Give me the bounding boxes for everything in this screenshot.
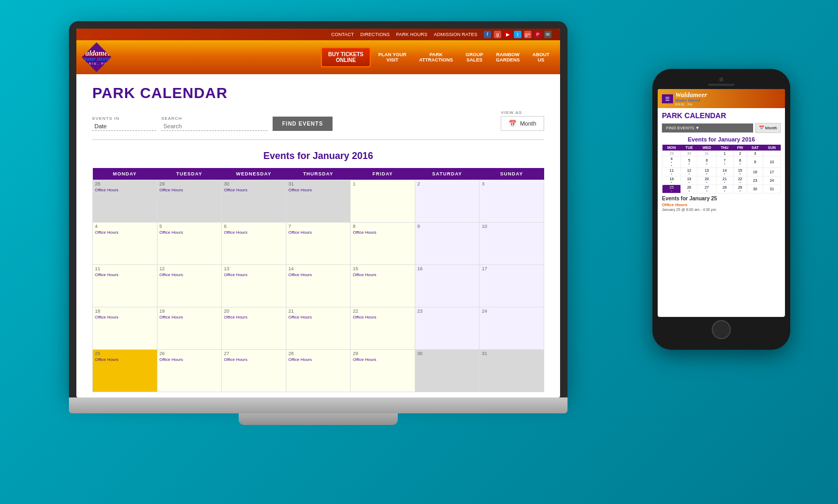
calendar-event[interactable]: Office Hours	[353, 357, 413, 362]
about-us-button[interactable]: ABOUTUS	[527, 49, 555, 66]
calendar-event[interactable]: Office Hours	[224, 272, 284, 277]
calendar-cell[interactable]: 15Office Hours	[351, 265, 415, 307]
ph-cell[interactable]: 8•	[733, 156, 747, 168]
find-events-button[interactable]: FIND EVENTS	[273, 117, 333, 131]
calendar-event[interactable]: Office Hours	[353, 272, 413, 277]
view-as-box[interactable]: 📅 Month	[501, 116, 544, 131]
calendar-cell[interactable]: 27Office Hours	[222, 350, 286, 392]
ph-cell[interactable]: 15•	[733, 168, 747, 176]
calendar-cell[interactable]: 24	[479, 307, 544, 350]
directions-link[interactable]: DIRECTIONS	[360, 32, 390, 37]
calendar-cell[interactable]: 23	[415, 307, 479, 350]
youtube-icon[interactable]: ▶	[504, 31, 511, 38]
calendar-cell[interactable]: 30Office Hours	[222, 180, 286, 223]
ph-cell[interactable]: 21•	[716, 176, 733, 185]
facebook-icon[interactable]: f	[484, 31, 491, 38]
calendar-event[interactable]: Office Hours	[95, 315, 155, 320]
calendar-cell[interactable]: 4Office Hours	[93, 223, 158, 265]
ph-cell[interactable]: 12•	[681, 168, 697, 176]
twitter-icon[interactable]: t	[514, 31, 521, 38]
calendar-cell[interactable]: 18Office Hours	[93, 307, 158, 350]
ph-cell[interactable]: 4•	[662, 156, 681, 168]
ph-cell[interactable]: 10	[763, 156, 781, 168]
calendar-event[interactable]: Office Hours	[95, 357, 155, 362]
contact-link[interactable]: CONTACT	[331, 32, 354, 37]
ph-cell[interactable]: 6•	[697, 156, 716, 168]
ph-cell[interactable]: 13•	[697, 168, 716, 176]
calendar-cell[interactable]: 16	[415, 265, 479, 307]
phone-menu-button[interactable]: ☰	[662, 94, 673, 103]
ph-cell[interactable]: 29•	[733, 185, 747, 193]
ph-cell[interactable]: 7•	[716, 156, 733, 168]
buy-tickets-button[interactable]: BUY TICKETSONLINE	[321, 47, 371, 67]
gplus-icon[interactable]: g+	[524, 31, 531, 38]
calendar-event[interactable]: Office Hours	[224, 188, 284, 192]
ph-cell[interactable]: 18•	[662, 176, 681, 185]
ph-cell[interactable]: 11•	[662, 168, 681, 176]
calendar-cell[interactable]: 29Office Hours	[157, 180, 222, 223]
group-sales-button[interactable]: GROUPSALES	[460, 49, 488, 66]
calendar-cell[interactable]: 29Office Hours	[351, 350, 415, 392]
calendar-cell[interactable]: 5Office Hours	[157, 223, 222, 265]
phone-home-button[interactable]	[712, 320, 731, 339]
calendar-event[interactable]: Office Hours	[224, 230, 284, 235]
calendar-cell[interactable]: 11Office Hours	[93, 265, 158, 307]
ph-cell[interactable]: 24	[763, 176, 781, 185]
search-input[interactable]	[161, 122, 267, 131]
calendar-event[interactable]: Office Hours	[224, 315, 284, 320]
calendar-event[interactable]: Office Hours	[289, 188, 348, 192]
calendar-event[interactable]: Office Hours	[289, 315, 348, 320]
calendar-cell[interactable]: 17	[479, 265, 544, 307]
ph-cell[interactable]	[763, 151, 781, 156]
google-plus-icon[interactable]: g	[494, 31, 501, 38]
calendar-event[interactable]: Office Hours	[289, 230, 348, 235]
calendar-cell[interactable]: 31	[479, 350, 544, 392]
ph-cell[interactable]: 30	[681, 151, 697, 156]
calendar-event[interactable]: Office Hours	[160, 357, 220, 362]
ph-cell[interactable]: 1	[716, 151, 733, 156]
ph-cell[interactable]: 17	[763, 168, 781, 176]
calendar-cell[interactable]: 25Office Hours	[93, 350, 158, 392]
calendar-cell[interactable]: 7Office Hours	[286, 223, 351, 265]
calendar-event[interactable]: Office Hours	[289, 272, 348, 277]
calendar-cell[interactable]: 28Office Hours	[93, 180, 158, 223]
ph-cell[interactable]: 27•	[697, 185, 716, 193]
park-attractions-button[interactable]: PARKATTRACTIONS	[414, 49, 458, 66]
calendar-cell[interactable]: 2	[415, 180, 479, 223]
ph-cell[interactable]: 23	[747, 176, 763, 185]
rainbow-gardens-button[interactable]: RAINBOWGARDENS	[491, 49, 525, 66]
calendar-event[interactable]: Office Hours	[353, 315, 413, 320]
calendar-event[interactable]: Office Hours	[160, 188, 220, 192]
calendar-event[interactable]: Office Hours	[95, 272, 155, 277]
calendar-event[interactable]: Office Hours	[224, 357, 284, 362]
park-hours-link[interactable]: PARK HOURS	[396, 32, 427, 37]
calendar-event[interactable]: Office Hours	[160, 315, 220, 320]
ph-cell[interactable]: 26•	[681, 185, 697, 193]
phone-find-events-button[interactable]: FIND EVENTS ▼	[662, 123, 753, 132]
ph-cell[interactable]: 5•	[681, 156, 697, 168]
pinterest-icon[interactable]: P	[534, 31, 542, 38]
calendar-cell[interactable]: 6Office Hours	[222, 223, 286, 265]
ph-cell[interactable]: 9	[747, 156, 763, 168]
calendar-event[interactable]: Office Hours	[95, 188, 155, 192]
calendar-event[interactable]: Office Hours	[95, 230, 155, 235]
calendar-cell[interactable]: 13Office Hours	[222, 265, 286, 307]
calendar-event[interactable]: Office Hours	[353, 230, 413, 235]
calendar-cell[interactable]: 31Office Hours	[286, 180, 351, 223]
calendar-event[interactable]: Office Hours	[160, 230, 220, 235]
phone-view-as[interactable]: 📅 Month	[755, 123, 781, 133]
calendar-cell[interactable]: 12Office Hours	[157, 265, 222, 307]
calendar-cell[interactable]: 3	[479, 180, 544, 223]
calendar-cell[interactable]: 30	[415, 350, 479, 392]
calendar-event[interactable]: Office Hours	[289, 357, 348, 362]
phone-event-name[interactable]: Office Hours	[662, 202, 781, 207]
ph-cell[interactable]: 30	[747, 185, 763, 193]
calendar-cell[interactable]: 10	[479, 223, 544, 265]
email-icon[interactable]: ✉	[544, 31, 552, 38]
ph-cell[interactable]: 22•	[733, 176, 747, 185]
ph-cell[interactable]: 14•	[716, 168, 733, 176]
ph-cell-selected[interactable]: 25•	[662, 185, 681, 193]
events-in-input[interactable]	[92, 122, 156, 131]
calendar-cell[interactable]: 26Office Hours	[157, 350, 222, 392]
ph-cell[interactable]: 29	[662, 151, 681, 156]
